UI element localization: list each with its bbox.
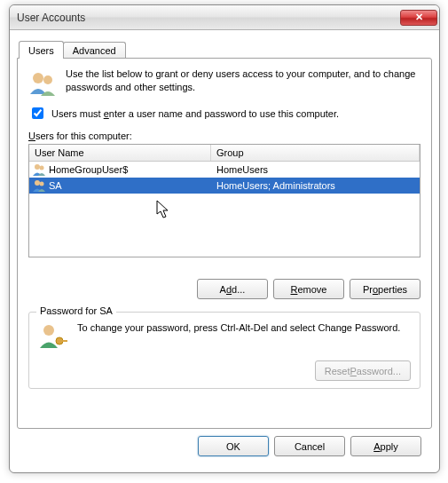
user-listview[interactable]: User Name Group HomeGroupUser$ HomeUsers…: [28, 144, 420, 257]
users-icon: [28, 67, 59, 98]
client-area: Users Advanced Use the list below to gra…: [17, 37, 432, 465]
remove-button[interactable]: Remove: [273, 279, 344, 299]
add-button[interactable]: Add...: [197, 279, 268, 299]
dialog-buttons: OK Cancel Apply: [198, 436, 421, 456]
col-username[interactable]: User Name: [29, 145, 211, 161]
require-login-row: Users must enter a user name and passwor…: [28, 105, 420, 122]
reset-password-button: Reset Password...: [315, 360, 411, 381]
titlebar[interactable]: User Accounts ✕: [10, 5, 439, 30]
cell-username: SA: [49, 180, 62, 191]
cancel-button[interactable]: Cancel: [274, 436, 345, 456]
svg-point-2: [35, 164, 40, 170]
col-group[interactable]: Group: [211, 145, 420, 161]
cell-username: HomeGroupUser$: [49, 164, 128, 175]
window-title: User Accounts: [17, 12, 400, 24]
svg-point-0: [33, 73, 43, 83]
cell-group: HomeUsers: [211, 164, 420, 175]
user-buttons-row: Add... Remove Properties: [28, 279, 420, 299]
svg-point-4: [35, 180, 40, 186]
svg-point-3: [40, 166, 44, 170]
user-accounts-window: User Accounts ✕ Users Advanced Use the l…: [9, 4, 440, 473]
user-key-icon: [38, 321, 68, 352]
user-list-label: Users for this computer:: [28, 131, 420, 141]
listview-header: User Name Group: [29, 145, 420, 162]
close-icon: ✕: [415, 12, 423, 22]
tabpanel-users: Use the list below to grant or deny user…: [17, 58, 432, 429]
require-login-checkbox[interactable]: [32, 107, 43, 119]
user-icon: [32, 178, 46, 193]
table-row[interactable]: SA HomeUsers; Administrators: [29, 178, 420, 194]
user-icon: [32, 162, 46, 177]
svg-point-7: [56, 337, 63, 344]
svg-rect-8: [62, 340, 67, 342]
tab-advanced[interactable]: Advanced: [63, 42, 126, 59]
intro-row: Use the list below to grant or deny user…: [28, 67, 420, 98]
svg-point-1: [43, 75, 52, 84]
close-button[interactable]: ✕: [400, 10, 437, 26]
password-legend: Password for SA: [36, 305, 116, 316]
apply-button[interactable]: Apply: [350, 436, 421, 456]
cell-group: HomeUsers; Administrators: [211, 180, 420, 191]
tab-strip: Users Advanced: [19, 41, 432, 58]
table-row[interactable]: HomeGroupUser$ HomeUsers: [29, 162, 420, 178]
password-fieldset: Password for SA To change your password,…: [28, 312, 420, 389]
require-login-label[interactable]: Users must enter a user name and passwor…: [51, 108, 339, 119]
svg-point-5: [40, 182, 44, 186]
ok-button[interactable]: OK: [198, 436, 269, 456]
tab-users[interactable]: Users: [19, 41, 64, 59]
intro-text: Use the list below to grant or deny user…: [66, 67, 420, 98]
svg-point-6: [43, 325, 54, 336]
properties-button[interactable]: Properties: [350, 279, 420, 299]
password-text: To change your password, press Ctrl-Alt-…: [77, 321, 411, 335]
